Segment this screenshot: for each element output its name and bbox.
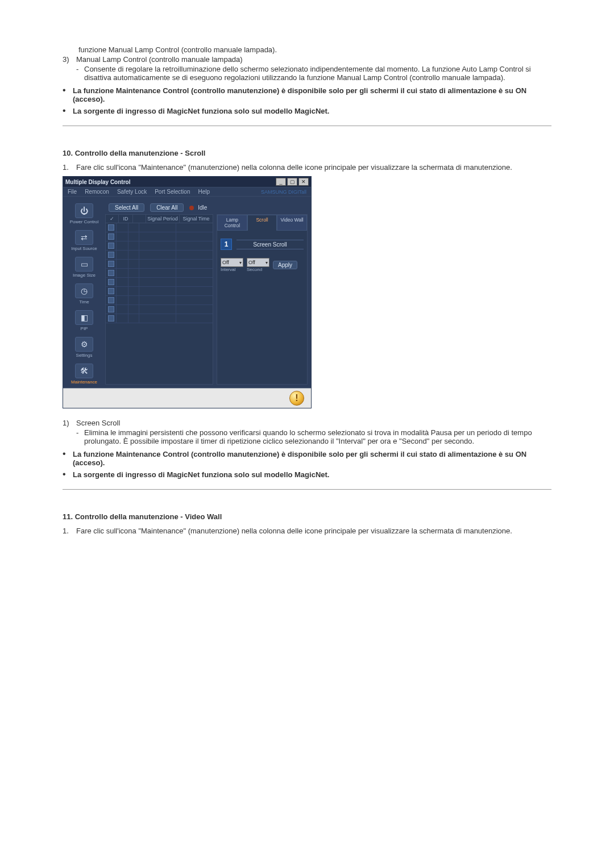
- list-item-1: 1) Screen Scroll - Elimina le immagini p…: [63, 419, 551, 446]
- row-checkbox[interactable]: [108, 270, 114, 276]
- list-item-3-label: Manual Lamp Control (controllo manuale l…: [76, 55, 243, 64]
- menubar: File Remocon Safety Lock Port Selection …: [63, 187, 311, 197]
- minimize-button[interactable]: _: [276, 178, 286, 186]
- section-10-title: 10. Controllo della manutenzione - Scrol…: [63, 149, 551, 157]
- tab-lamp-control[interactable]: Lamp Control: [217, 215, 247, 231]
- chevron-down-icon: ▾: [239, 260, 242, 265]
- topbar: Select All Clear All Idle: [105, 201, 308, 214]
- input-source-icon: ⇄: [75, 230, 93, 245]
- sidebar-label: Power Control: [70, 219, 99, 224]
- clock-icon: ◷: [75, 283, 93, 298]
- sidebar-item-pip[interactable]: ◧ PIP: [67, 310, 102, 331]
- sidebar-label: Settings: [76, 353, 93, 358]
- intro-carryover: funzione Manual Lamp Control (controllo …: [63, 45, 551, 54]
- menu-port-selection[interactable]: Port Selection: [155, 189, 190, 195]
- second-label: Second: [247, 267, 269, 272]
- apply-button[interactable]: Apply: [273, 261, 297, 269]
- maintenance-icon: 🛠: [75, 364, 93, 378]
- table-header: ✓ ID Signal Period Signal Time: [106, 215, 213, 223]
- sidebar-item-image-size[interactable]: ▭ Image Size: [67, 257, 102, 278]
- sidebar-label: Maintenance: [71, 379, 97, 385]
- separator: [63, 489, 551, 490]
- col-check[interactable]: ✓: [106, 215, 119, 223]
- table-row[interactable]: [106, 287, 213, 296]
- row-checkbox[interactable]: [108, 315, 114, 322]
- list-item-3-number: 3): [63, 55, 76, 83]
- table-row[interactable]: [106, 223, 213, 232]
- note-bullet-1-text: La funzione Maintenance Control (control…: [73, 86, 551, 103]
- tab-video-wall[interactable]: Video Wall: [277, 215, 307, 231]
- sidebar-label: Time: [79, 299, 89, 304]
- row-checkbox[interactable]: [108, 261, 114, 267]
- menu-help[interactable]: Help: [198, 189, 210, 195]
- sidebar-item-power-control[interactable]: ⏻ Power Control: [67, 203, 102, 224]
- window-controls: _ ▢ ✕: [276, 178, 309, 186]
- interval-select[interactable]: Off ▾: [221, 258, 243, 267]
- list-item-1-number: 1): [63, 419, 76, 446]
- step-1-number: 1.: [63, 163, 76, 172]
- row-checkbox[interactable]: [108, 233, 114, 240]
- menu-safety-lock[interactable]: Safety Lock: [117, 189, 147, 195]
- gear-icon: ⚙: [75, 337, 93, 352]
- pip-icon: ◧: [75, 310, 93, 325]
- row-checkbox[interactable]: [108, 288, 114, 294]
- window-title: Multiple Display Control: [65, 179, 130, 185]
- list-item-3: 3) Manual Lamp Control (controllo manual…: [63, 55, 551, 83]
- step-1-text: Fare clic sull'icona "Maintenance" (manu…: [76, 163, 551, 172]
- section-10-step-1: 1. Fare clic sull'icona "Maintenance" (m…: [63, 163, 551, 172]
- clear-all-button[interactable]: Clear All: [150, 203, 184, 212]
- second-value: Off: [248, 260, 255, 265]
- col-id: ID: [119, 215, 133, 223]
- row-checkbox[interactable]: [108, 279, 114, 285]
- sidebar-label: Input Source: [71, 246, 97, 251]
- callout-badge-1: 1: [221, 239, 232, 250]
- close-button[interactable]: ✕: [298, 178, 309, 186]
- sidebar-item-settings[interactable]: ⚙ Settings: [67, 337, 102, 358]
- select-all-button[interactable]: Select All: [109, 203, 144, 212]
- table-row[interactable]: [106, 269, 213, 278]
- note-bullet-3-text: La funzione Maintenance Control (control…: [73, 450, 551, 467]
- list-item-1-label: Screen Scroll: [76, 419, 120, 427]
- bullet-glyph: •: [63, 86, 73, 103]
- tab-scroll[interactable]: Scroll: [247, 215, 277, 231]
- table-row[interactable]: [106, 314, 213, 323]
- table-row[interactable]: [106, 241, 213, 251]
- image-size-icon: ▭: [75, 257, 93, 272]
- step-1-text: Fare clic sull'icona "Maintenance" (manu…: [76, 527, 551, 535]
- sidebar-item-time[interactable]: ◷ Time: [67, 283, 102, 304]
- row-checkbox[interactable]: [108, 297, 114, 303]
- table-row[interactable]: [106, 305, 213, 314]
- power-icon: ⏻: [75, 203, 93, 218]
- maximize-button[interactable]: ▢: [287, 178, 297, 186]
- idle-dot-icon: [189, 206, 194, 210]
- sidebar: ⏻ Power Control ⇄ Input Source ▭ Image S…: [67, 201, 102, 385]
- titlebar: Multiple Display Control _ ▢ ✕: [63, 177, 311, 187]
- bullet-glyph: •: [63, 107, 73, 115]
- table-row[interactable]: [106, 278, 213, 287]
- note-bullet-4: • La sorgente di ingresso di MagicNet fu…: [63, 470, 551, 479]
- table-row[interactable]: [106, 251, 213, 260]
- row-checkbox[interactable]: [108, 306, 114, 312]
- brand-label: SAMSUNG DIGITall: [261, 189, 306, 195]
- table-row[interactable]: [106, 296, 213, 305]
- row-checkbox[interactable]: [108, 224, 114, 231]
- panel-heading: Screen Scroll: [237, 240, 304, 249]
- table-row[interactable]: [106, 232, 213, 241]
- menu-file[interactable]: File: [68, 189, 77, 195]
- note-bullet-2-text: La sorgente di ingresso di MagicNet funz…: [73, 107, 329, 115]
- section-11-step-1: 1. Fare clic sull'icona "Maintenance" (m…: [63, 527, 551, 535]
- separator: [63, 126, 551, 126]
- idle-indicator: Idle: [189, 205, 207, 211]
- second-select[interactable]: Off ▾: [247, 258, 269, 267]
- row-checkbox[interactable]: [108, 243, 114, 249]
- menu-remocon[interactable]: Remocon: [85, 189, 109, 195]
- dash-mark: -: [76, 65, 84, 82]
- interval-value: Off: [222, 260, 229, 265]
- sidebar-item-maintenance[interactable]: 🛠 Maintenance: [67, 364, 102, 385]
- sidebar-item-input-source[interactable]: ⇄ Input Source: [67, 230, 102, 251]
- sidebar-label: PIP: [81, 326, 88, 331]
- row-checkbox[interactable]: [108, 252, 114, 258]
- table-row[interactable]: [106, 260, 213, 269]
- note-bullet-1: • La funzione Maintenance Control (contr…: [63, 86, 551, 103]
- bullet-glyph: •: [63, 450, 73, 467]
